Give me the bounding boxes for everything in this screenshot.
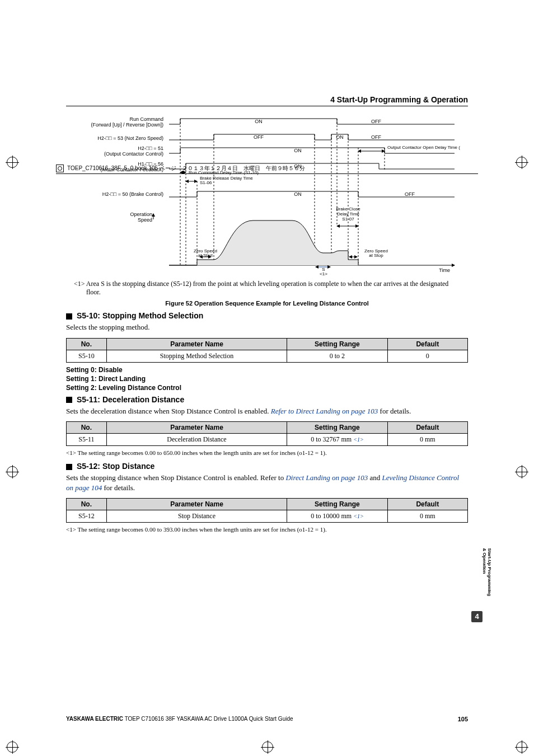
setting-1: Setting 1: Direct Landing: [66, 375, 468, 383]
footnote-s5-12: <1> The setting range becomes 0.00 to 39…: [66, 526, 468, 533]
row2-label: H2-□□ = 53 (Not Zero Speed): [97, 135, 163, 141]
svg-text:S1-06: S1-06: [200, 180, 212, 185]
desc-s5-12: Sets the stopping distance when Stop Dis…: [66, 473, 468, 492]
figure-note-1: <1> Area S is the stopping distance (S5-…: [74, 280, 451, 297]
cell-name: Deceleration Distance: [106, 434, 287, 446]
crop-target-mr: [516, 466, 527, 477]
timing-diagram-svg: Run Command (Forward [Up] / Reverse [Dow…: [74, 114, 460, 276]
svg-text:Delay Time: Delay Time: [337, 212, 360, 217]
svg-text:ON: ON: [294, 163, 302, 169]
page: TOEP_C710616_38F_5_0.book 105 ページ ２０１３年１…: [0, 95, 534, 756]
crop-target-br: [516, 741, 527, 753]
th-name: Parameter Name: [106, 499, 287, 510]
row4-label-a: H1-□□ = 56: [138, 161, 163, 167]
svg-text:at Start: at Start: [198, 253, 213, 258]
cell-range: 0 to 10000 mm <1>: [287, 510, 387, 523]
cell-def: 0: [387, 350, 467, 362]
cell-name: Stop Distance: [106, 510, 287, 523]
table-s5-10: No. Parameter Name Setting Range Default…: [66, 338, 468, 363]
setting-2: Setting 2: Leveling Distance Control: [66, 384, 468, 392]
footer-left: YASKAWA ELECTRIC TOEP C710616 38F YASKAW…: [66, 716, 293, 722]
crop-target-ml: [7, 466, 18, 477]
cell-def: 0 mm: [387, 510, 467, 523]
heading-s5-12-text: S5-12: Stop Distance: [77, 462, 154, 471]
setting-0: Setting 0: Disable: [66, 366, 468, 374]
crop-target-bl: [7, 741, 18, 753]
crop-target-tr: [516, 157, 527, 168]
book-icon: [56, 165, 64, 172]
content-area: 4 Start-Up Programming & Operation Run C…: [66, 95, 468, 533]
th-no: No.: [67, 499, 107, 510]
table-row: S5-11 Deceleration Distance 0 to 32767 m…: [67, 434, 468, 446]
row3-label-b: (Output Contactor Control): [104, 151, 163, 157]
heading-s5-12: S5-12: Stop Distance: [66, 462, 468, 471]
heading-s5-11-text: S5-11: Deceleration Distance: [77, 395, 184, 404]
th-name: Parameter Name: [106, 338, 287, 350]
svg-text:Run Command Delay Time (S1-10): Run Command Delay Time (S1-10): [189, 170, 259, 175]
th-range: Setting Range: [287, 422, 387, 434]
output-open-label: Output Contactor Open Delay Time (S1-11): [387, 145, 460, 150]
th-range: Setting Range: [287, 338, 387, 350]
figure-52-caption: Figure 52 Operation Sequence Example for…: [66, 300, 468, 307]
square-bullet-icon: [66, 397, 72, 403]
link-direct-landing-103[interactable]: Refer to Direct Landing on page 103: [271, 407, 378, 415]
cell-no: S5-12: [67, 510, 107, 523]
table-s5-12: No. Parameter Name Setting Range Default…: [66, 498, 468, 523]
svg-text:Brake Close: Brake Close: [336, 206, 360, 212]
desc-s5-11-b: for details.: [378, 407, 411, 415]
row3-label-a: H2-□□ = 51: [138, 145, 163, 151]
th-no: No.: [67, 422, 107, 434]
side-tab-text: Start-Up Programming& Operation: [481, 548, 491, 610]
svg-text:OFF: OFF: [254, 134, 264, 140]
side-chapter-number: 4: [471, 611, 483, 622]
th-def: Default: [387, 338, 467, 350]
running-header: 4 Start-Up Programming & Operation: [66, 95, 468, 106]
th-name: Parameter Name: [106, 422, 287, 434]
th-range: Setting Range: [287, 499, 387, 510]
figure-52-diagram: Run Command (Forward [Up] / Reverse [Dow…: [74, 114, 460, 276]
svg-text:OFF: OFF: [371, 134, 381, 140]
table-row: S5-12 Stop Distance 0 to 10000 mm <1> 0 …: [67, 510, 468, 523]
table-row: S5-10 Stopping Method Selection 0 to 2 0: [67, 350, 468, 362]
desc-s5-11: Sets the deceleration distance when Stop…: [66, 406, 468, 416]
th-def: Default: [387, 499, 467, 510]
cell-name: Stopping Method Selection: [106, 350, 287, 362]
row5-label: H2-□□ = 50 (Brake Control): [102, 191, 163, 197]
th-no: No.: [67, 338, 107, 350]
side-tab: Start-Up Programming& Operation: [472, 548, 481, 610]
svg-text:Time: Time: [439, 267, 450, 273]
svg-text:ON: ON: [294, 148, 302, 153]
heading-s5-10: S5-10: Stopping Method Selection: [66, 311, 468, 320]
square-bullet-icon: [66, 313, 72, 320]
page-number: 105: [458, 716, 468, 722]
svg-text:OFF: OFF: [405, 191, 415, 197]
row1-label-a: Run Command: [129, 116, 163, 122]
cell-no: S5-11: [67, 434, 107, 446]
svg-text:Operation: Operation: [130, 212, 152, 217]
cell-range: 0 to 2: [287, 350, 387, 362]
desc-s5-11-a: Sets the deceleration distance when Stop…: [66, 407, 271, 415]
desc-s5-10: Selects the stopping method.: [66, 322, 468, 332]
svg-text:OFF: OFF: [371, 119, 381, 124]
crop-target-bc: [262, 741, 273, 753]
row1-label-b: (Forward [Up] / Reverse [Down]): [91, 122, 163, 128]
th-def: Default: [387, 422, 467, 434]
row4-label-b: (Motor Contactor Feedback): [100, 167, 163, 172]
footnote-s5-11: <1> The setting range becomes 0.00 to 65…: [66, 449, 468, 456]
svg-text:ON: ON: [294, 191, 302, 197]
desc-s5-12-mid: and: [368, 473, 382, 482]
cell-no: S5-10: [67, 350, 107, 362]
heading-s5-10-text: S5-10: Stopping Method Selection: [77, 311, 203, 320]
heading-s5-11: S5-11: Deceleration Distance: [66, 395, 468, 404]
crop-target-tl: [7, 157, 18, 168]
svg-text:<1>: <1>: [320, 271, 327, 276]
svg-text:ON: ON: [255, 119, 263, 124]
svg-text:Speed: Speed: [138, 217, 152, 223]
svg-text:S1-07: S1-07: [342, 217, 354, 222]
page-footer: YASKAWA ELECTRIC TOEP C710616 38F YASKAW…: [66, 716, 468, 722]
link-direct-landing-103b[interactable]: Direct Landing on page 103: [285, 473, 368, 482]
desc-s5-12-a: Sets the stopping distance when Stop Dis…: [66, 473, 285, 482]
square-bullet-icon: [66, 464, 72, 470]
svg-text:at Stop: at Stop: [369, 253, 383, 258]
cell-def: 0 mm: [387, 434, 467, 446]
